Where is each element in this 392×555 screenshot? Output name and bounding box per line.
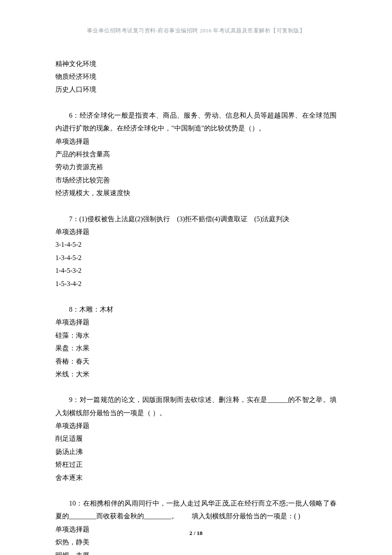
question-stem: 9：对一篇规范的论文，因版面限制而去砍综述、删注释，实在是______的不智之举… xyxy=(55,393,337,419)
option-text: 香椿：春天 xyxy=(55,355,337,368)
option-text: 经济规模大，发展速度快 xyxy=(55,187,337,199)
option-text: 物质经济环境 xyxy=(55,70,337,83)
option-text: 产品的科技含量高 xyxy=(55,148,337,161)
question-type: 单项选择题 xyxy=(55,225,337,238)
question-stem: 8：木雕：木材 xyxy=(55,303,337,316)
question-type: 单项选择题 xyxy=(55,316,337,329)
option-text: 劳动力资源充裕 xyxy=(55,161,337,173)
option-text: 果盘：水果 xyxy=(55,342,337,355)
option-text: 矫枉过正 xyxy=(55,458,337,471)
option-text: 精神文化环境 xyxy=(55,58,337,70)
question-7: 7：(1)侵权被告上法庭(2)强制执行 (3)拒不赔偿(4)调查取证 (5)法庭… xyxy=(55,213,337,290)
option-text: 扬汤止沸 xyxy=(55,445,337,458)
question-10: 10：在相携相伴的风雨同行中，一批人走过风华正茂,正在经行而立不惑;一批人领略了… xyxy=(55,497,337,555)
option-text: 历史人口环境 xyxy=(55,83,337,96)
question-stem: 6：经济全球化一般是指资本、商品、服务、劳动、信息和人员等超越国界、在全球范围内… xyxy=(55,109,337,135)
question-type: 单项选择题 xyxy=(55,419,337,432)
option-text: 米线：大米 xyxy=(55,368,337,381)
question-stem: 10：在相携相伴的风雨同行中，一批人走过风华正茂,正在经行而立不惑;一批人领略了… xyxy=(55,497,337,523)
option-text: 舍本逐末 xyxy=(55,471,337,484)
question-9: 9：对一篇规范的论文，因版面限制而去砍综述、删注释，实在是______的不智之举… xyxy=(55,393,337,484)
question-type: 单项选择题 xyxy=(55,135,337,148)
option-text: 1-5-3-4-2 xyxy=(55,278,337,290)
option-text: 削足适履 xyxy=(55,432,337,445)
question-stem: 7：(1)侵权被告上法庭(2)强制执行 (3)拒不赔偿(4)调查取证 (5)法庭… xyxy=(55,213,337,225)
question-8: 8：木雕：木材 单项选择题 硅藻：海水 果盘：水果 香椿：春天 米线：大米 xyxy=(55,303,337,381)
option-text: 市场经济比较完善 xyxy=(55,174,337,187)
document-content: 精神文化环境 物质经济环境 历史人口环境 6：经济全球化一般是指资本、商品、服务… xyxy=(55,58,337,555)
question-6: 6：经济全球化一般是指资本、商品、服务、劳动、信息和人员等超越国界、在全球范围内… xyxy=(55,109,337,200)
page-header: 事业单位招聘考试复习资料-府谷事业编招聘 2016 年考试真题及答案解析【可复制… xyxy=(55,26,337,36)
option-text: 3-1-4-5-2 xyxy=(55,238,337,251)
option-text: 1-3-4-5-2 xyxy=(55,251,337,264)
option-text: 1-4-5-3-2 xyxy=(55,264,337,277)
option-text: 硅藻：海水 xyxy=(55,329,337,342)
q5-remainder: 精神文化环境 物质经济环境 历史人口环境 xyxy=(55,58,337,96)
page-number: 2 / 18 xyxy=(0,528,392,539)
option-text: 明媚，丰厚 xyxy=(55,549,337,555)
